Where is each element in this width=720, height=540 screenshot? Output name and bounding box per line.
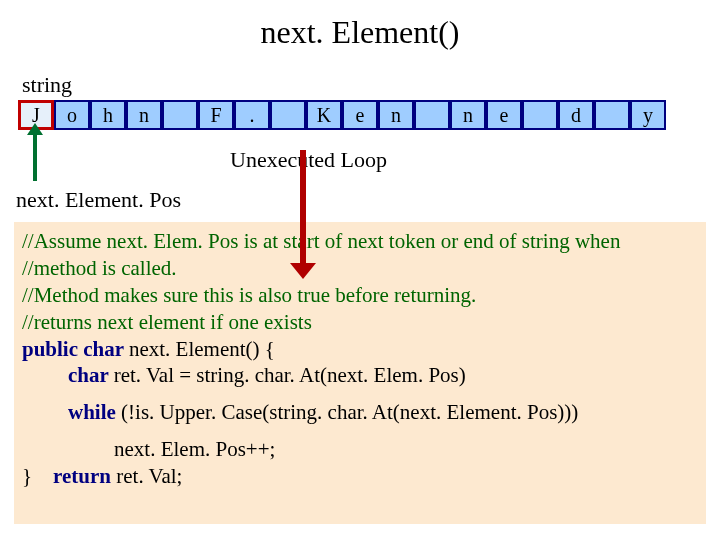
cell-6: . [234, 100, 270, 130]
slide-title: next. Element() [0, 0, 720, 61]
comment-line-4: //returns next element if one exists [22, 310, 312, 334]
cell-15: d [558, 100, 594, 130]
inc-stmt: next. Elem. Pos++; [22, 436, 698, 463]
return-stmt: ret. Val; [116, 464, 182, 488]
cell-4 [162, 100, 198, 130]
cell-9: e [342, 100, 378, 130]
kw-return: return [53, 464, 116, 488]
code-block: //Assume next. Elem. Pos is at start of … [14, 222, 706, 524]
unexecuted-loop-label: Unexecuted Loop [230, 147, 387, 173]
comment-line-1: //Assume next. Elem. Pos is at start of … [22, 229, 620, 253]
cell-14 [522, 100, 558, 130]
cell-11 [414, 100, 450, 130]
cell-2: h [90, 100, 126, 130]
comment-line-2: //method is called. [22, 256, 177, 280]
retval-decl: ret. Val = string. char. At(next. Elem. … [114, 363, 466, 387]
cell-7 [270, 100, 306, 130]
comment-line-3: //Method makes sure this is also true be… [22, 283, 476, 307]
cell-12: n [450, 100, 486, 130]
cell-17: y [630, 100, 666, 130]
pointer-arrow-icon [33, 133, 37, 181]
cell-5: F [198, 100, 234, 130]
cell-1: o [54, 100, 90, 130]
char-array: J o h n F . K e n n e d y [18, 100, 666, 130]
cell-13: e [486, 100, 522, 130]
cell-8: K [306, 100, 342, 130]
kw-while: while [68, 400, 121, 424]
cell-16 [594, 100, 630, 130]
next-element-pos-label: next. Element. Pos [16, 187, 181, 213]
cell-3: n [126, 100, 162, 130]
kw-public-char: public char [22, 337, 129, 361]
method-sig: next. Element() { [129, 337, 275, 361]
kw-char: char [68, 363, 114, 387]
down-arrow-icon [300, 150, 306, 265]
while-cond: (!is. Upper. Case(string. char. At(next.… [121, 400, 578, 424]
close-brace: } [22, 464, 32, 488]
cell-10: n [378, 100, 414, 130]
string-label: string [22, 72, 72, 98]
